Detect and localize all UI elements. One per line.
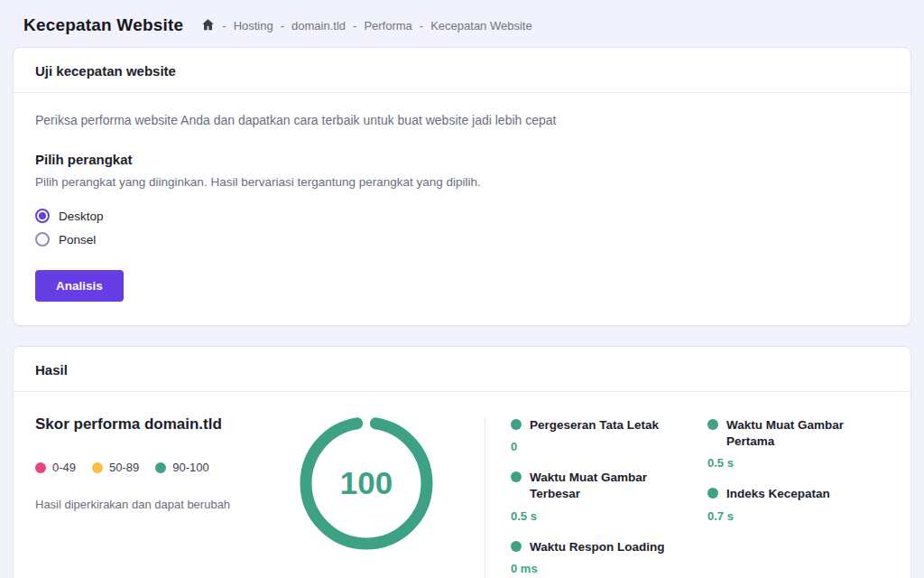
results-card: Hasil Skor performa domain.tld 0-49 50-8…: [13, 346, 911, 578]
metric-status-dot: [511, 419, 522, 430]
breadcrumb-item-performa[interactable]: Performa: [364, 19, 411, 33]
performance-score-value: 100: [293, 410, 439, 556]
results-card-title: Hasil: [14, 347, 910, 392]
device-section-description: Pilih perangkat yang diinginkan. Hasil b…: [35, 175, 889, 189]
metric-value: 0.7 s: [707, 509, 889, 523]
topbar: Kecepatan Website - Hosting - domain.tld…: [0, 0, 924, 47]
metric-value: 0.5 s: [707, 456, 889, 470]
page-title: Kecepatan Website: [23, 15, 183, 35]
results-card-body: Skor performa domain.tld 0-49 50-89 90-1…: [14, 392, 910, 578]
radio-ponsel-control[interactable]: [35, 232, 50, 247]
metrics: Pergeseran Tata Letak 0 Waktu Muat Gamba…: [511, 415, 889, 578]
legend-dot-high: [155, 462, 166, 473]
metric-label: Indeks Kecepatan: [726, 486, 830, 502]
device-section-title: Pilih perangkat: [35, 152, 889, 167]
score-note: Hasil diperkirakan dan dapat berubah: [35, 498, 272, 511]
speed-test-card: Uji kecepatan website Periksa performa w…: [13, 47, 911, 326]
legend-item-low: 0-49: [35, 461, 76, 474]
score-gauge-wrap: 100: [272, 410, 461, 556]
metric-label: Waktu Muat Gambar Pertama: [726, 417, 880, 450]
breadcrumb-item-current: Kecepatan Website: [430, 19, 532, 33]
metric-label: Waktu Respon Loading: [530, 539, 665, 555]
metric-value: 0.5 s: [511, 509, 707, 523]
speed-test-card-title: Uji kecepatan website: [14, 48, 910, 93]
legend-label-high: 90-100: [172, 461, 208, 474]
metric-waktu-muat-gambar-pertama: Waktu Muat Gambar Pertama 0.5 s: [707, 417, 889, 470]
legend-item-high: 90-100: [155, 461, 208, 474]
speed-test-card-body: Periksa performa website Anda dan dapatk…: [14, 93, 910, 325]
legend-label-low: 0-49: [52, 461, 76, 474]
breadcrumb: - Hosting - domain.tld - Performa - Kece…: [201, 19, 531, 33]
metrics-column-1: Pergeseran Tata Letak 0 Waktu Muat Gamba…: [511, 417, 707, 578]
metric-value: 0 ms: [511, 562, 707, 575]
score-info: Skor performa domain.tld 0-49 50-89 90-1…: [35, 415, 272, 511]
speed-test-description: Periksa performa website Anda dan dapatk…: [35, 113, 889, 127]
breadcrumb-item-hosting[interactable]: Hosting: [234, 19, 273, 33]
breadcrumb-separator: -: [281, 19, 284, 33]
score-heading: Skor performa domain.tld: [35, 415, 272, 434]
legend-dot-low: [35, 462, 46, 473]
home-icon[interactable]: [201, 18, 215, 32]
metric-label: Pergeseran Tata Letak: [530, 417, 659, 434]
metric-status-dot: [511, 471, 522, 482]
metrics-column-2: Waktu Muat Gambar Pertama 0.5 s Indeks K…: [707, 417, 889, 578]
breadcrumb-separator: -: [353, 19, 356, 33]
legend-label-mid: 50-89: [109, 461, 139, 474]
metric-status-dot: [511, 541, 522, 552]
metric-waktu-muat-gambar-terbesar: Waktu Muat Gambar Terbesar 0.5 s: [511, 470, 707, 522]
metric-value: 0: [511, 440, 707, 453]
metric-indeks-kecepatan: Indeks Kecepatan 0.7 s: [707, 486, 889, 522]
radio-ponsel-label: Ponsel: [59, 233, 96, 247]
metric-waktu-respon-loading: Waktu Respon Loading 0 ms: [511, 539, 707, 575]
metric-label: Waktu Muat Gambar Terbesar: [530, 470, 683, 502]
metric-status-dot: [707, 419, 718, 430]
radio-option-ponsel[interactable]: Ponsel: [35, 232, 96, 247]
score-legend: 0-49 50-89 90-100: [35, 461, 272, 474]
breadcrumb-item-domain[interactable]: domain.tld: [291, 19, 346, 33]
analyze-button[interactable]: Analisis: [35, 270, 124, 302]
breadcrumb-separator: -: [420, 19, 423, 33]
breadcrumb-separator: -: [222, 19, 226, 33]
device-radio-group: Desktop Ponsel: [35, 209, 889, 247]
radio-desktop-label: Desktop: [59, 210, 104, 223]
legend-dot-mid: [92, 462, 103, 473]
radio-desktop-control[interactable]: [35, 209, 50, 223]
results-divider: [485, 417, 485, 578]
metric-status-dot: [707, 488, 718, 499]
score-gauge: 100: [293, 410, 439, 556]
metric-pergeseran-tata-letak: Pergeseran Tata Letak 0: [511, 417, 707, 453]
radio-option-desktop[interactable]: Desktop: [35, 209, 104, 223]
legend-item-mid: 50-89: [92, 461, 139, 474]
